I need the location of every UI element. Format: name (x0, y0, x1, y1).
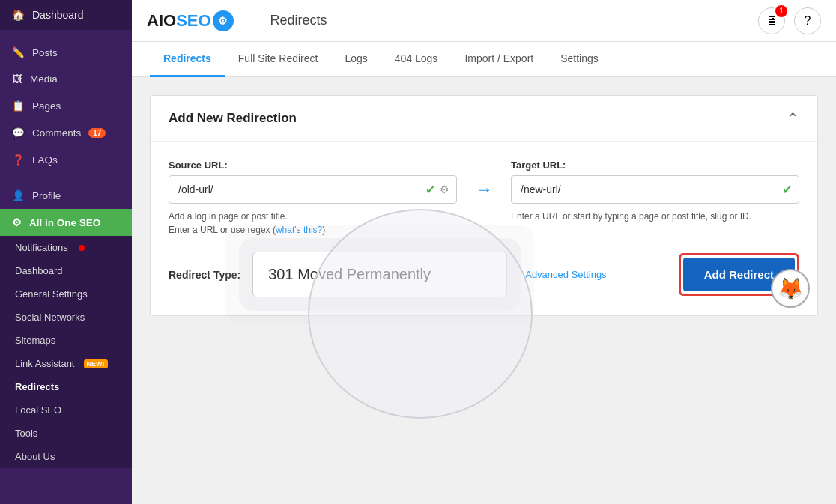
collapse-button[interactable]: ⌃ (787, 109, 799, 127)
sidebar-submenu: Notifications Dashboard General Settings… (0, 236, 132, 468)
whats-this-link[interactable]: what's this? (276, 225, 322, 235)
source-hint-line2-end: ) (322, 225, 325, 235)
sidebar-item-media[interactable]: 🖼 Media (0, 66, 132, 92)
sidebar-link-assistant-label: Link Assistant (15, 358, 75, 369)
sidebar-item-sitemaps[interactable]: Sitemaps (0, 329, 132, 352)
sidebar-item-posts[interactable]: ✏️ Posts (0, 39, 132, 66)
source-url-input-wrapper: ✔ ⚙ (169, 175, 457, 204)
main-content: AIOSEO⚙ Redirects 🖥 1 ? Redirects Full S… (132, 0, 836, 504)
target-url-group: Target URL: ✔ Enter a URL or start by ty… (511, 160, 799, 223)
notifications-button[interactable]: 🖥 1 (758, 7, 785, 34)
source-url-input[interactable] (169, 175, 457, 204)
target-check-icon: ✔ (782, 183, 792, 197)
header-divider (252, 10, 252, 31)
header-right: 🖥 1 ? (758, 7, 821, 34)
target-url-label: Target URL: (511, 160, 799, 171)
tabs-bar: Redirects Full Site Redirect Logs 404 Lo… (132, 42, 836, 77)
tab-full-site-redirect[interactable]: Full Site Redirect (225, 42, 332, 77)
sidebar-profile-label: Profile (32, 190, 61, 201)
sidebar-item-tools[interactable]: Tools (0, 422, 132, 445)
add-redirection-card: Add New Redirection ⌃ Source URL: ✔ ⚙ (150, 95, 818, 316)
sidebar-sitemaps-label: Sitemaps (15, 335, 55, 346)
logo-aio: AIO (147, 11, 176, 31)
source-url-hint: Add a log in page or post title. Enter a… (169, 210, 457, 237)
sidebar-media-label: Media (30, 73, 58, 85)
source-check-icon: ✔ (425, 183, 435, 197)
logo: AIOSEO⚙ (147, 10, 234, 31)
advanced-settings-link[interactable]: Advanced Settings (525, 269, 606, 280)
posts-icon: ✏️ (12, 46, 25, 58)
source-url-icons: ✔ ⚙ (425, 183, 449, 197)
sidebar: 🏠 Dashboard ✏️ Posts 🖼 Media 📋 Pages 💬 C… (0, 0, 132, 504)
arrow-connector: → (475, 160, 493, 200)
target-url-icons: ✔ (782, 183, 792, 197)
help-button[interactable]: ? (794, 7, 821, 34)
help-icon: ? (805, 14, 811, 28)
sidebar-item-local-seo[interactable]: Local SEO (0, 398, 132, 422)
source-hint-line2: Enter a URL or use regex ( (169, 225, 276, 235)
sidebar-tools-label: Tools (15, 428, 37, 439)
faqs-icon: ❓ (12, 154, 25, 166)
header-left: AIOSEO⚙ Redirects (147, 10, 327, 31)
logo-seo: SEO (176, 11, 210, 31)
sidebar-dashboard-label: Dashboard (32, 9, 84, 21)
type-left: Redirect Type: 301 Moved Permanently Adv… (169, 252, 607, 297)
header: AIOSEO⚙ Redirects 🖥 1 ? (132, 0, 836, 42)
sidebar-aioseo-label: All in One SEO (29, 217, 100, 228)
content-area: Add New Redirection ⌃ Source URL: ✔ ⚙ (132, 77, 836, 504)
sidebar-item-dashboard[interactable]: 🏠 Dashboard (0, 0, 132, 30)
sidebar-faqs-label: FAQs (32, 154, 58, 166)
source-hint-line1: Add a log in page or post title. (169, 211, 288, 222)
sidebar-item-aioseo[interactable]: ⚙ All in One SEO (0, 209, 132, 236)
target-url-hint: Enter a URL or start by typing a page or… (511, 210, 799, 223)
media-icon: 🖼 (12, 73, 22, 85)
sidebar-comments-label: Comments (32, 127, 81, 139)
sidebar-posts-label: Posts (32, 47, 58, 58)
card-title: Add New Redirection (169, 111, 297, 126)
sidebar-general-settings-label: General Settings (15, 288, 88, 300)
sidebar-pages-label: Pages (32, 100, 61, 112)
sidebar-item-pages[interactable]: 📋 Pages (0, 92, 132, 119)
tab-logs[interactable]: Logs (331, 42, 381, 77)
sidebar-item-link-assistant[interactable]: Link Assistant NEW! (0, 352, 132, 375)
notification-count: 1 (775, 5, 787, 17)
sidebar-item-social-networks[interactable]: Social Networks (0, 306, 132, 329)
tab-settings[interactable]: Settings (547, 42, 612, 77)
comments-icon: 💬 (12, 127, 25, 139)
tab-redirects[interactable]: Redirects (150, 42, 225, 77)
source-url-group: Source URL: ✔ ⚙ Add a log in page or pos… (169, 160, 457, 237)
mascot: 🦊 (771, 269, 810, 308)
sidebar-about-us-label: About Us (15, 451, 55, 462)
sidebar-item-faqs[interactable]: ❓ FAQs (0, 146, 132, 173)
sidebar-item-redirects[interactable]: Redirects (0, 375, 132, 398)
new-badge: NEW! (84, 359, 108, 368)
sidebar-notifications-label: Notifications (15, 242, 68, 253)
sidebar-item-dashboard-sub[interactable]: Dashboard (0, 259, 132, 282)
sidebar-item-comments[interactable]: 💬 Comments 17 (0, 119, 132, 146)
sidebar-item-general-settings[interactable]: General Settings (0, 282, 132, 306)
sidebar-item-about-us[interactable]: About Us (0, 445, 132, 468)
sidebar-item-profile[interactable]: 👤 Profile (0, 182, 132, 209)
header-page-title: Redirects (270, 13, 327, 28)
profile-icon: 👤 (12, 189, 25, 201)
sidebar-dashboard-sub-label: Dashboard (15, 265, 63, 276)
target-url-input-wrapper: ✔ (511, 175, 799, 204)
notifications-dot (79, 245, 85, 251)
card-header: Add New Redirection ⌃ (151, 96, 817, 142)
sidebar-social-networks-label: Social Networks (15, 312, 85, 323)
card-body: Source URL: ✔ ⚙ Add a log in page or pos… (151, 142, 817, 315)
logo-icon: ⚙ (213, 10, 234, 31)
tab-import-export[interactable]: Import / Export (451, 42, 547, 77)
target-url-input[interactable] (511, 175, 799, 204)
source-url-label: Source URL: (169, 160, 457, 171)
comments-badge: 17 (88, 128, 106, 138)
redirect-type-zoom: 301 Moved Permanently (252, 252, 507, 297)
redirect-type-row: Redirect Type: 301 Moved Permanently Adv… (169, 252, 799, 297)
dashboard-icon: 🏠 (12, 9, 25, 21)
sidebar-local-seo-label: Local SEO (15, 404, 61, 416)
tab-404-logs[interactable]: 404 Logs (381, 42, 452, 77)
sidebar-item-notifications[interactable]: Notifications (0, 236, 132, 259)
source-gear-icon[interactable]: ⚙ (440, 183, 449, 195)
magnify-overlay (308, 209, 533, 419)
redirect-type-value[interactable]: 301 Moved Permanently (252, 252, 507, 297)
